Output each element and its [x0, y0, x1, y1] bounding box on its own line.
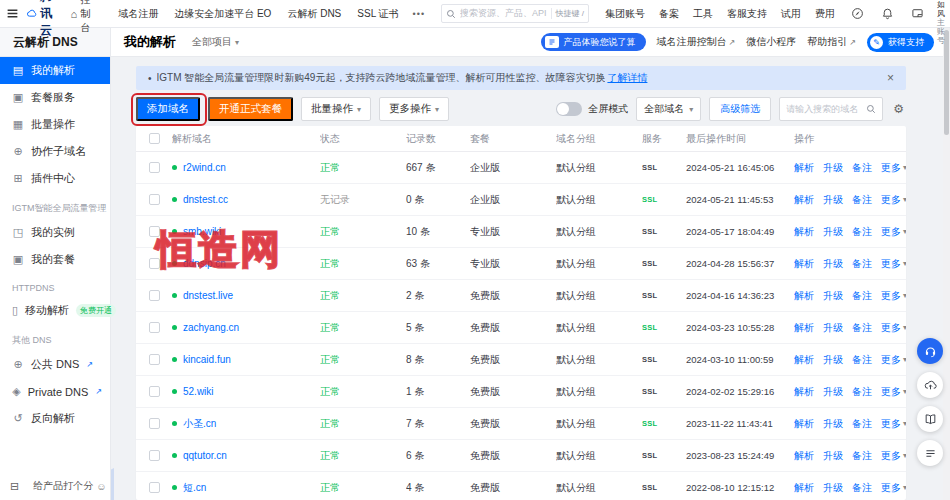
topbar-link[interactable]: 试用	[781, 7, 801, 21]
row-checkbox[interactable]	[149, 354, 160, 365]
get-support-button[interactable]: ✎ 获得支持	[867, 33, 934, 52]
resolve-link[interactable]: 解析	[794, 289, 814, 303]
topnav-item[interactable]: 边缘安全加速平台 EO	[174, 7, 271, 21]
remark-link[interactable]: 备注	[852, 481, 872, 495]
topnav-item[interactable]: 云解析 DNS	[287, 7, 341, 21]
upgrade-link[interactable]: 升级	[823, 193, 843, 207]
sidebar-item-public-dns[interactable]: ⊕公共 DNS↗	[0, 351, 110, 378]
topnav-item[interactable]: 域名注册	[118, 7, 158, 21]
more-dropdown[interactable]: 更多▾	[881, 385, 906, 399]
sidebar-item-mobile-resolution[interactable]: ▯移动解析免费开通	[0, 297, 110, 324]
row-checkbox[interactable]	[149, 482, 160, 493]
header-link-2[interactable]: 微信小程序	[746, 35, 796, 49]
resolve-link[interactable]: 解析	[794, 417, 814, 431]
domain-link[interactable]: 52.wiki	[183, 386, 214, 397]
remark-link[interactable]: 备注	[852, 257, 872, 271]
domain-link[interactable]: qqtutor.cn	[183, 450, 227, 461]
upgrade-link[interactable]: 升级	[823, 481, 843, 495]
row-checkbox[interactable]	[149, 386, 160, 397]
close-icon[interactable]: ×	[885, 71, 896, 85]
row-checkbox[interactable]	[149, 450, 160, 461]
more-dropdown[interactable]: 更多▾	[881, 161, 906, 175]
more-dropdown[interactable]: 更多▾	[881, 225, 906, 239]
domain-link[interactable]: r2wind.cn	[183, 162, 226, 173]
upgrade-link[interactable]: 升级	[823, 289, 843, 303]
experience-feedback-pill[interactable]: 产品体验您说了算	[541, 33, 646, 51]
sidebar-item-reverse-resolution[interactable]: ↺反向解析	[0, 405, 110, 432]
sidebar-item-plan-services[interactable]: ▣套餐服务	[0, 84, 110, 111]
domain-link[interactable]: dnstest.live	[183, 290, 233, 301]
resolve-link[interactable]: 解析	[794, 481, 814, 495]
select-all-checkbox[interactable]	[149, 133, 160, 144]
row-checkbox[interactable]	[149, 194, 160, 205]
sidebar-item-my-instances[interactable]: ◳我的实例	[0, 219, 110, 246]
console-link[interactable]: ⌂ 控制台	[71, 0, 91, 35]
upgrade-link[interactable]: 升级	[823, 321, 843, 335]
remark-link[interactable]: 备注	[852, 289, 872, 303]
remark-link[interactable]: 备注	[852, 353, 872, 367]
row-checkbox[interactable]	[149, 290, 160, 301]
remark-link[interactable]: 备注	[852, 449, 872, 463]
more-dropdown[interactable]: 更多▾	[881, 353, 906, 367]
remark-link[interactable]: 备注	[852, 321, 872, 335]
tencent-cloud-logo[interactable]: 腾讯云	[27, 0, 61, 39]
scrollbar-thumb[interactable]	[944, 30, 949, 135]
resolve-link[interactable]: 解析	[794, 385, 814, 399]
resolve-link[interactable]: 解析	[794, 321, 814, 335]
menu-list-button[interactable]	[917, 440, 943, 466]
topbar-link[interactable]: 备案	[659, 7, 679, 21]
advanced-filter-button[interactable]: 高级筛选	[709, 97, 771, 121]
topbar-link[interactable]: 工具	[693, 7, 713, 21]
remark-link[interactable]: 备注	[852, 161, 872, 175]
upgrade-link[interactable]: 升级	[823, 257, 843, 271]
header-link-1[interactable]: 域名注册控制台↗	[657, 35, 736, 49]
domain-search-input[interactable]: 请输入搜索的域名	[779, 97, 883, 121]
upgrade-link[interactable]: 升级	[823, 449, 843, 463]
page-scrollbar[interactable]	[943, 28, 950, 500]
row-checkbox[interactable]	[149, 226, 160, 237]
domain-link[interactable]: smb.wiki	[183, 226, 221, 237]
cloud-upload-button[interactable]	[917, 372, 943, 398]
row-checkbox[interactable]	[149, 162, 160, 173]
collapse-sidebar-icon[interactable]: ⊟	[10, 480, 19, 493]
fullscreen-toggle[interactable]	[556, 102, 582, 116]
remark-link[interactable]: 备注	[852, 385, 872, 399]
upgrade-link[interactable]: 升级	[823, 353, 843, 367]
resolve-link[interactable]: 解析	[794, 161, 814, 175]
resolve-link[interactable]: 解析	[794, 193, 814, 207]
topbar-link[interactable]: 集团账号	[605, 7, 645, 21]
sidebar-item-batch-operations[interactable]: ▦批量操作	[0, 111, 110, 138]
resolve-link[interactable]: 解析	[794, 257, 814, 271]
topbar-link[interactable]: 客服支持	[727, 7, 767, 21]
more-dropdown[interactable]: 更多▾	[881, 417, 906, 431]
row-checkbox[interactable]	[149, 258, 160, 269]
learn-more-link[interactable]: 了解详情	[607, 71, 647, 85]
domain-link[interactable]: dnstest.cc	[183, 194, 228, 205]
global-search-input[interactable]: 搜索资源、产品、API、文... 快捷键 /	[441, 4, 589, 23]
upgrade-link[interactable]: 升级	[823, 161, 843, 175]
row-checkbox[interactable]	[149, 418, 160, 429]
remark-link[interactable]: 备注	[852, 417, 872, 431]
domain-filter-dropdown[interactable]: 全部域名 ▾	[636, 97, 701, 121]
sidebar-item-my-resolutions[interactable]: ▤我的解析	[0, 57, 110, 84]
upgrade-link[interactable]: 升级	[823, 225, 843, 239]
globe-compass-icon[interactable]	[847, 4, 867, 24]
remark-link[interactable]: 备注	[852, 225, 872, 239]
upgrade-link[interactable]: 升级	[823, 417, 843, 431]
resolve-link[interactable]: 解析	[794, 449, 814, 463]
feedback-panel-icon[interactable]	[907, 4, 927, 24]
upgrade-link[interactable]: 升级	[823, 385, 843, 399]
more-products-button[interactable]: •••	[413, 9, 425, 19]
topbar-link[interactable]: 费用	[815, 7, 835, 21]
more-dropdown[interactable]: 更多▾	[881, 193, 906, 207]
resolve-link[interactable]: 解析	[794, 353, 814, 367]
domain-link[interactable]: 小圣.cn	[183, 417, 216, 431]
header-link-3[interactable]: 帮助指引↗	[807, 35, 856, 49]
more-dropdown[interactable]: 更多▾	[881, 257, 906, 271]
more-dropdown[interactable]: 更多▾	[881, 481, 906, 495]
project-filter-dropdown[interactable]: 全部项目 ▾	[192, 35, 239, 49]
more-dropdown[interactable]: 更多▾	[881, 321, 906, 335]
domain-link[interactable]: 短.cn	[183, 481, 206, 495]
batch-operations-dropdown[interactable]: 批量操作 ▾	[301, 97, 371, 121]
sidebar-item-plugin-center[interactable]: ⊞插件中心	[0, 165, 110, 192]
